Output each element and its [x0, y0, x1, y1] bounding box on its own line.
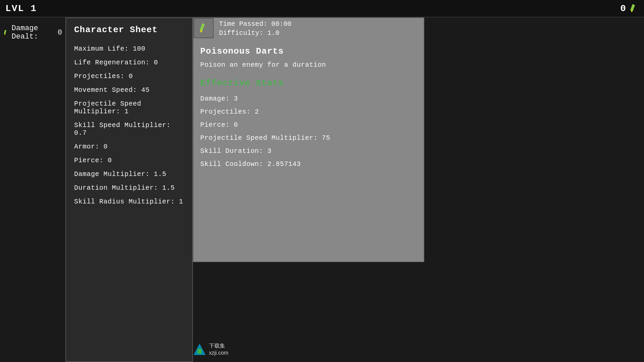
skill-content: Poisonous Darts Poison an enemy for a du…: [194, 41, 424, 261]
pencil-icon-top: [629, 4, 639, 13]
time-difficulty-area: Time Passed: 00:00 Difficulty: 1.0: [214, 18, 424, 39]
stat-row: Skill Speed Multiplier: 0.7: [74, 121, 184, 137]
left-sidebar: Damage Dealt: 0: [0, 17, 65, 362]
top-right-hud: 0: [620, 3, 639, 14]
skill-overlay-panel: Time Passed: 00:00 Difficulty: 1.0 Poiso…: [193, 17, 424, 262]
eff-stat-row: Skill Duration: 3: [200, 147, 417, 155]
svg-rect-0: [630, 4, 635, 11]
eff-stat-row: Projectile Speed Multiplier: 75: [200, 134, 417, 142]
skill-description: Poison an enemy for a duration: [200, 61, 417, 69]
time-passed: Time Passed: 00:00: [219, 20, 418, 28]
stat-row: Duration Multiplier: 1.5: [74, 184, 184, 192]
skill-icon-area: [194, 18, 214, 38]
stat-row: Skill Radius Multiplier: 1: [74, 198, 184, 205]
difficulty: Difficulty: 1.0: [219, 29, 418, 37]
top-hud: LVL 1 0: [0, 0, 644, 17]
watermark: 下载集 xzji.com: [193, 343, 228, 357]
stat-row: Damage Multiplier: 1.5: [74, 170, 184, 178]
pencil-icon-sidebar: [3, 29, 9, 36]
damage-dealt-value: 0: [58, 28, 62, 37]
stat-row: Projectiles: 0: [74, 72, 184, 80]
stat-row: Life Regeneration: 0: [74, 59, 184, 66]
level-label: LVL 1: [5, 3, 37, 14]
eff-stat-row: Pierce: 0: [200, 121, 417, 129]
svg-rect-2: [4, 30, 6, 34]
svg-rect-4: [200, 23, 205, 31]
skill-name: Poisonous Darts: [200, 46, 417, 56]
damage-dealt-label: Damage Dealt:: [12, 24, 55, 41]
stat-row: Maximum Life: 100: [74, 45, 184, 53]
eff-stat-row: Skill Cooldown: 2.857143: [200, 160, 417, 168]
character-sheet-panel: Character Sheet Maximum Life: 100 Life R…: [65, 17, 193, 362]
svg-rect-7: [198, 349, 202, 354]
stat-row: Movement Speed: 45: [74, 86, 184, 94]
stat-row: Pierce: 0: [74, 157, 184, 164]
eff-stat-row: Damage: 3: [200, 95, 417, 103]
effective-stats-title: Effective Stats: [200, 78, 417, 88]
skill-pencil-icon: [198, 23, 209, 34]
score-value: 0: [620, 3, 626, 14]
watermark-text: 下载集 xzji.com: [209, 343, 228, 357]
stat-row: Armor: 0: [74, 143, 184, 150]
character-sheet-title: Character Sheet: [74, 25, 184, 35]
damage-dealt-row: Damage Dealt: 0: [3, 24, 62, 41]
watermark-logo: [193, 343, 206, 356]
stat-row: Projectile Speed Multiplier: 1: [74, 100, 184, 115]
eff-stat-row: Projectiles: 2: [200, 108, 417, 116]
